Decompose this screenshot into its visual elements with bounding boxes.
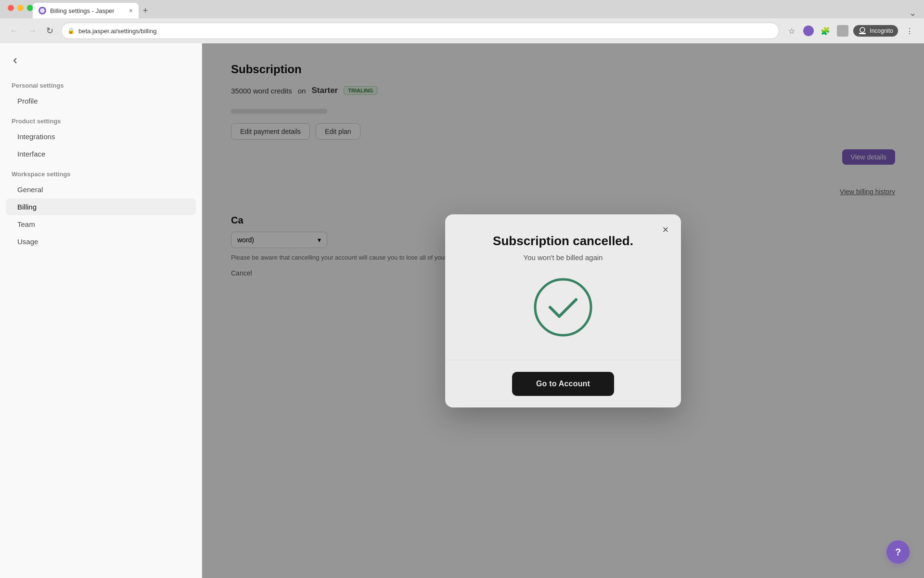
sidebar-back-btn[interactable] (0, 53, 202, 74)
back-btn[interactable]: ← (8, 24, 20, 38)
success-check-circle (532, 276, 594, 339)
traffic-lights (8, 5, 33, 11)
go-to-account-btn[interactable]: Go to Account (512, 372, 614, 396)
subscription-cancelled-modal: × Subscription cancelled. You won't be b… (445, 214, 681, 407)
minimize-window-btn[interactable] (17, 5, 24, 11)
address-text: beta.jasper.ai/settings/billing (78, 27, 157, 35)
modal-overlay: × Subscription cancelled. You won't be b… (202, 43, 924, 578)
close-window-btn[interactable] (8, 5, 14, 11)
sidebar: Personal settings Profile Product settin… (0, 43, 202, 578)
product-settings-header: Product settings (0, 110, 202, 128)
active-tab[interactable]: Billing settings - Jasper × (33, 3, 139, 18)
sidebar-item-team[interactable]: Team (6, 216, 196, 233)
forward-btn[interactable]: → (26, 24, 38, 38)
new-tab-btn[interactable]: + (139, 4, 152, 17)
personal-settings-header: Personal settings (0, 74, 202, 92)
workspace-settings-header: Workspace settings (0, 163, 202, 181)
sidebar-item-interface[interactable]: Interface (6, 145, 196, 162)
svg-rect-2 (859, 33, 866, 34)
incognito-badge: Incognito (853, 25, 898, 37)
svg-point-3 (535, 279, 591, 335)
tab-favicon (38, 7, 46, 14)
bookmark-btn[interactable]: ☆ (785, 24, 798, 38)
menu-btn[interactable]: ⋮ (903, 24, 916, 38)
tab-search-btn[interactable]: ⌄ (909, 8, 916, 18)
profile-btn[interactable] (837, 25, 848, 37)
modal-footer: Go to Account (445, 360, 681, 407)
tab-close-btn[interactable]: × (129, 7, 133, 14)
jasper-ext-icon[interactable] (803, 26, 814, 36)
sidebar-item-profile[interactable]: Profile (6, 92, 196, 109)
help-btn[interactable]: ? (886, 540, 910, 564)
sidebar-item-integrations[interactable]: Integrations (6, 128, 196, 145)
app-layout: Personal settings Profile Product settin… (0, 43, 924, 578)
svg-point-1 (860, 27, 865, 32)
modal-title: Subscription cancelled. (464, 234, 662, 249)
incognito-icon (858, 26, 867, 35)
tab-title: Billing settings - Jasper (50, 7, 115, 14)
lock-icon: 🔒 (67, 27, 75, 34)
toolbar-actions: ☆ 🧩 Incognito ⋮ (785, 24, 916, 38)
sidebar-item-billing[interactable]: Billing (6, 198, 196, 215)
browser-toolbar: ← → ↻ 🔒 beta.jasper.ai/settings/billing … (0, 18, 924, 43)
incognito-label: Incognito (870, 27, 893, 34)
back-arrow-icon (12, 57, 19, 65)
browser-chrome: Billing settings - Jasper × + ⌄ ← → ↻ 🔒 … (0, 0, 924, 43)
browser-tabs-bar: Billing settings - Jasper × + ⌄ (0, 0, 924, 18)
main-content: Subscription 35000 word credits on Start… (202, 43, 924, 578)
svg-point-0 (40, 8, 45, 13)
modal-subtitle: You won't be billed again (464, 253, 662, 262)
reload-btn[interactable]: ↻ (44, 24, 55, 38)
sidebar-item-general[interactable]: General (6, 181, 196, 198)
address-bar[interactable]: 🔒 beta.jasper.ai/settings/billing (61, 23, 779, 39)
extensions-btn[interactable]: 🧩 (819, 24, 832, 38)
modal-body: Subscription cancelled. You won't be bil… (445, 214, 681, 360)
sidebar-item-usage[interactable]: Usage (6, 233, 196, 250)
modal-close-btn[interactable]: × (658, 222, 673, 237)
